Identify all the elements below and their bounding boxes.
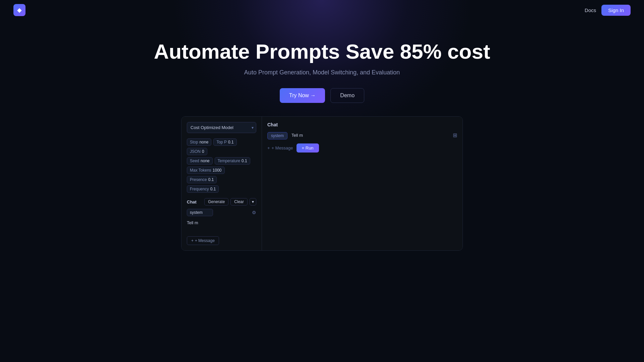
max-tokens-param: Max Tokens 1000 bbox=[187, 167, 225, 174]
top-p-param: Top P 0.1 bbox=[213, 138, 236, 146]
preview-actions: + + Message + Run bbox=[267, 143, 457, 153]
right-panel-title: Chat bbox=[267, 122, 457, 127]
top-p-label: Top P bbox=[216, 140, 227, 144]
plus-icon: + bbox=[267, 145, 270, 150]
json-param: JSON 0 bbox=[187, 148, 207, 155]
stop-param: Stop none bbox=[187, 138, 211, 146]
json-label: JSON bbox=[190, 149, 201, 154]
stop-label: Stop bbox=[190, 140, 198, 144]
presence-label: Presence bbox=[190, 177, 207, 182]
model-select-wrapper: Cost Optimized Model GPT-4 Claude 3 Gemi… bbox=[187, 122, 256, 133]
seed-label: Seed bbox=[190, 159, 199, 163]
run-button[interactable]: + Run bbox=[297, 143, 319, 153]
try-now-button[interactable]: Try Now → bbox=[280, 88, 325, 103]
hero-buttons: Try Now → Demo bbox=[0, 88, 644, 103]
max-tokens-label: Max Tokens bbox=[190, 168, 211, 173]
logo-icon: ◆ bbox=[13, 4, 25, 16]
panel-container: Cost Optimized Model GPT-4 Claude 3 Gemi… bbox=[181, 116, 463, 251]
json-value: 0 bbox=[202, 149, 204, 154]
nav-left: ◆ bbox=[13, 4, 25, 16]
seed-value: none bbox=[201, 159, 210, 163]
add-message-preview-label: + Message bbox=[272, 145, 293, 150]
expand-button[interactable]: ▾ bbox=[250, 198, 256, 205]
stop-value: none bbox=[200, 140, 209, 144]
model-select[interactable]: Cost Optimized Model GPT-4 Claude 3 Gemi… bbox=[187, 122, 256, 133]
system-row: system user assistant ⚙ bbox=[187, 209, 256, 216]
signin-button[interactable]: Sign In bbox=[601, 5, 631, 16]
chevron-down-icon: ▾ bbox=[252, 199, 254, 204]
max-tokens-value: 1000 bbox=[213, 168, 222, 173]
logo-symbol: ◆ bbox=[17, 6, 22, 14]
role-select[interactable]: system user assistant bbox=[187, 209, 213, 216]
hero-title: Automate Prompts Save 85% cost bbox=[0, 40, 644, 63]
frequency-value: 0.1 bbox=[210, 187, 216, 191]
seed-param: Seed none bbox=[187, 157, 213, 165]
system-badge: system bbox=[267, 132, 287, 139]
temperature-value: 0.1 bbox=[241, 159, 247, 163]
add-message-label: + Message bbox=[195, 238, 215, 243]
grid-icon[interactable]: ⊞ bbox=[453, 132, 457, 138]
top-p-value: 0.1 bbox=[228, 140, 234, 144]
hero-subtitle: Auto Prompt Generation, Model Switching,… bbox=[0, 69, 644, 76]
chat-preview-area: system Tell m ⊞ bbox=[267, 132, 457, 139]
add-message-button[interactable]: + + Message bbox=[187, 236, 219, 245]
chat-section-header: Chat Generate Clear ▾ bbox=[187, 198, 256, 205]
left-panel: Cost Optimized Model GPT-4 Claude 3 Gemi… bbox=[181, 117, 262, 250]
frequency-label: Frequency bbox=[190, 187, 209, 191]
chat-section-title: Chat bbox=[187, 199, 197, 204]
params-row-1: Stop none Top P 0.1 JSON 0 bbox=[187, 138, 256, 155]
params-row-2: Seed none Temperature 0.1 bbox=[187, 157, 256, 165]
demo-button[interactable]: Demo bbox=[330, 88, 364, 103]
docs-link[interactable]: Docs bbox=[585, 7, 596, 13]
presence-value: 0.1 bbox=[208, 177, 214, 182]
add-message-preview-button[interactable]: + + Message bbox=[267, 145, 293, 150]
params-row-3: Max Tokens 1000 Presence 0.1 bbox=[187, 167, 256, 183]
settings-icon[interactable]: ⚙ bbox=[252, 210, 256, 215]
nav-right: Docs Sign In bbox=[585, 5, 631, 16]
temperature-label: Temperature bbox=[218, 159, 240, 163]
plus-icon: + bbox=[191, 238, 194, 243]
params-row-4: Frequency 0.1 bbox=[187, 185, 256, 193]
hero-section: Automate Prompts Save 85% cost Auto Prom… bbox=[0, 20, 644, 103]
preview-text: Tell m bbox=[291, 132, 303, 138]
frequency-param: Frequency 0.1 bbox=[187, 185, 219, 193]
temperature-param: Temperature 0.1 bbox=[215, 157, 250, 165]
presence-param: Presence 0.1 bbox=[187, 176, 217, 183]
demo-area: Cost Optimized Model GPT-4 Claude 3 Gemi… bbox=[0, 116, 644, 251]
navbar: ◆ Docs Sign In bbox=[0, 0, 644, 20]
chat-actions: Generate Clear ▾ bbox=[204, 198, 256, 205]
right-panel: Chat system Tell m ⊞ + + Message + Run bbox=[262, 117, 463, 250]
clear-button[interactable]: Clear bbox=[230, 198, 248, 205]
generate-button[interactable]: Generate bbox=[204, 198, 228, 205]
message-input[interactable]: Tell m bbox=[187, 219, 256, 232]
